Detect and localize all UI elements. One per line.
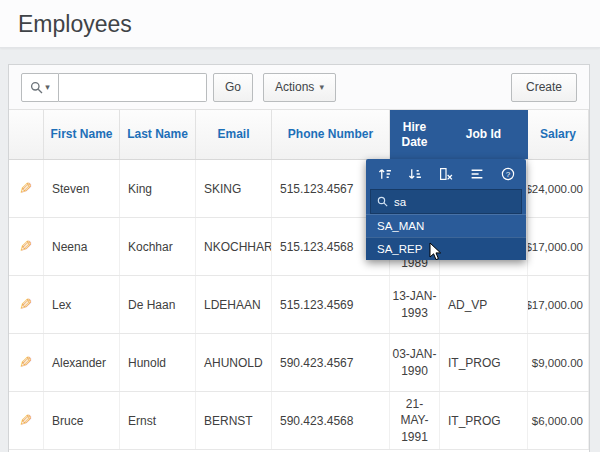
edit-row-button[interactable]: ✎ <box>9 276 44 333</box>
column-filter-input[interactable] <box>394 196 504 208</box>
cell-salary: $6,000.00 <box>528 392 589 449</box>
cell-salary: $17,000.00 <box>528 276 589 333</box>
cell-first-name: Lex <box>44 276 120 333</box>
column-menu-icon-bar: ? <box>366 159 526 189</box>
page-title: Employees <box>0 0 600 38</box>
cell-hire-date: 13-JAN-1993 <box>390 276 440 333</box>
cell-salary: $24,000.00 <box>528 160 589 217</box>
create-button[interactable]: Create <box>511 73 577 102</box>
pencil-icon: ✎ <box>19 237 32 256</box>
cell-job-id: IT_PROG <box>440 392 528 449</box>
search-input[interactable] <box>59 73 207 102</box>
cell-phone-number: 590.423.4568 <box>272 392 390 449</box>
cell-email: LDEHAAN <box>196 276 272 333</box>
cell-last-name: King <box>120 160 196 217</box>
edit-row-button[interactable]: ✎ <box>9 218 44 275</box>
table-row: ✎ Alexander Hunold AHUNOLD 590.423.4567 … <box>9 334 589 392</box>
cell-email: AHUNOLD <box>196 334 272 391</box>
column-header-edit <box>9 110 44 159</box>
cell-hire-date: 03-JAN-1990 <box>390 334 440 391</box>
filter-value-item[interactable]: SA_REP <box>366 237 526 260</box>
search-icon <box>30 81 43 94</box>
cell-phone-number: 590.423.4567 <box>272 334 390 391</box>
hide-column-icon[interactable] <box>438 166 455 183</box>
cell-email: NKOCHHAR <box>196 218 272 275</box>
cell-job-id: IT_PROG <box>440 334 528 391</box>
column-header-last-name[interactable]: Last Name <box>120 110 196 159</box>
edit-row-button[interactable]: ✎ <box>9 334 44 391</box>
cell-email: SKING <box>196 160 272 217</box>
column-header-hire-date[interactable]: Hire Date <box>390 110 440 159</box>
cell-first-name: Neena <box>44 218 120 275</box>
cell-email: BERNST <box>196 392 272 449</box>
column-header-salary[interactable]: Salary <box>528 110 589 159</box>
chevron-down-icon: ▾ <box>319 83 324 92</box>
page-header: Employees <box>0 0 600 48</box>
help-icon[interactable]: ? <box>499 166 516 183</box>
column-header-menu: ? SA_MAN SA_REP <box>366 159 526 260</box>
pencil-icon: ✎ <box>19 353 32 372</box>
chevron-down-icon: ▾ <box>45 83 50 92</box>
table-row: ✎ Lex De Haan LDEHAAN 515.123.4569 13-JA… <box>9 276 589 334</box>
sort-descending-icon[interactable] <box>407 166 424 183</box>
cell-first-name: Steven <box>44 160 120 217</box>
svg-text:?: ? <box>505 170 510 179</box>
actions-label: Actions <box>275 80 314 94</box>
table-row: ✎ Bruce Ernst BERNST 590.423.4568 21-MAY… <box>9 392 589 450</box>
pencil-icon: ✎ <box>19 411 32 430</box>
column-header-job-id[interactable]: Job Id <box>440 110 528 159</box>
grid-header-row: First Name Last Name Email Phone Number … <box>9 110 589 160</box>
cell-last-name: De Haan <box>120 276 196 333</box>
search-options-button[interactable]: ▾ <box>21 73 59 102</box>
sort-ascending-icon[interactable] <box>376 166 393 183</box>
column-menu-search[interactable] <box>370 189 522 214</box>
report-toolbar: ▾ Go Actions ▾ Create <box>9 65 589 110</box>
pencil-icon: ✎ <box>19 179 32 198</box>
pencil-icon: ✎ <box>19 295 32 314</box>
column-header-email[interactable]: Email <box>196 110 272 159</box>
cell-salary: $9,000.00 <box>528 334 589 391</box>
edit-row-button[interactable]: ✎ <box>9 160 44 217</box>
cell-hire-date: 21-MAY-1991 <box>390 392 440 449</box>
go-button[interactable]: Go <box>213 73 253 102</box>
filter-value-item[interactable]: SA_MAN <box>366 214 526 237</box>
cell-first-name: Bruce <box>44 392 120 449</box>
cell-job-id: AD_VP <box>440 276 528 333</box>
cell-salary: $17,000.00 <box>528 218 589 275</box>
cell-last-name: Kochhar <box>120 218 196 275</box>
column-header-first-name[interactable]: First Name <box>44 110 120 159</box>
actions-button[interactable]: Actions ▾ <box>263 73 336 102</box>
edit-row-button[interactable]: ✎ <box>9 392 44 449</box>
search-icon <box>377 196 388 207</box>
cell-last-name: Ernst <box>120 392 196 449</box>
app-window: Employees ▾ Go Actions ▾ Create First Na… <box>0 0 600 452</box>
control-break-icon[interactable] <box>468 166 485 183</box>
cell-first-name: Alexander <box>44 334 120 391</box>
column-header-phone-number[interactable]: Phone Number <box>272 110 390 159</box>
cell-last-name: Hunold <box>120 334 196 391</box>
cell-phone-number: 515.123.4569 <box>272 276 390 333</box>
